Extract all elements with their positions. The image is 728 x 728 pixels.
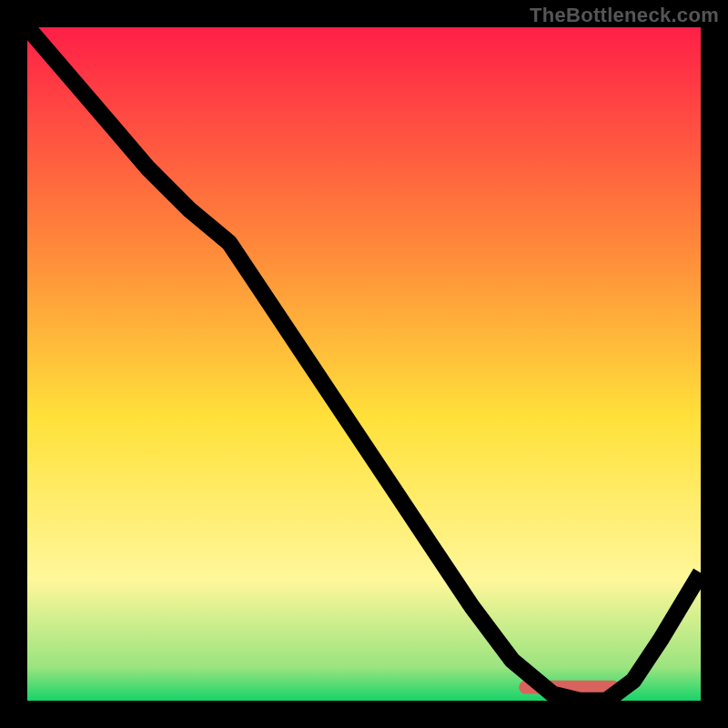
chart-canvas	[27, 27, 701, 701]
figure-root: TheBottleneck.com	[0, 0, 728, 728]
plot-background	[27, 27, 701, 701]
watermark-text: TheBottleneck.com	[530, 4, 719, 27]
